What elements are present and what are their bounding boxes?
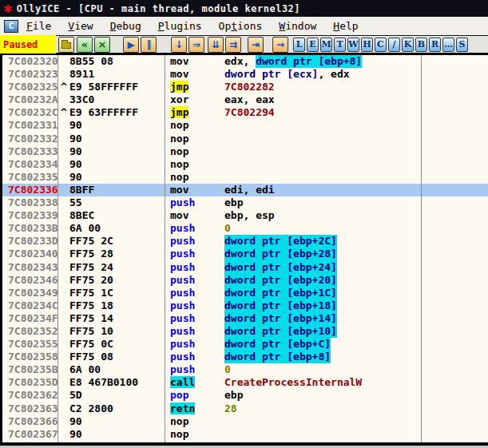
disasm-row[interactable]: 7C8023625Dpopebp xyxy=(2,389,488,402)
disasm-row[interactable]: 7C802358FF75 08pushdword ptr [ebp+8] xyxy=(2,351,488,363)
menu-help[interactable]: Help xyxy=(333,18,358,34)
windows-window-button[interactable]: W xyxy=(347,38,359,52)
comment-cell xyxy=(422,338,488,351)
memory-window-button[interactable]: M xyxy=(320,38,332,52)
disasm-row[interactable]: 7C80236690nop xyxy=(2,415,488,428)
restart-button[interactable]: « xyxy=(77,37,93,53)
handles-window-button[interactable]: H xyxy=(361,38,373,52)
disasm-row[interactable]: 7C802340FF75 28pushdword ptr [ebp+28] xyxy=(2,248,488,260)
disasm-row[interactable]: 7C80232A33C0xoreax, eax xyxy=(2,93,488,106)
open-file-button[interactable] xyxy=(58,37,74,53)
address-cell: 7C802346 xyxy=(2,274,58,287)
opcode-bytes-cell: 90 xyxy=(69,428,165,441)
run-button[interactable]: ▶ xyxy=(123,37,139,53)
instruction-cell: movebp, esp xyxy=(165,209,422,222)
step-over-button[interactable]: ⇒ xyxy=(188,37,204,53)
go-to-address-button[interactable]: → xyxy=(272,37,288,53)
address-cell: 7C802362 xyxy=(2,389,58,402)
mnemonic: push xyxy=(170,325,195,337)
instruction-cell: pushdword ptr [ebp+1C] xyxy=(165,287,422,299)
disasm-row[interactable]: 7C80233590nop xyxy=(2,171,488,184)
jump-direction-arrow xyxy=(58,184,69,196)
disasm-row[interactable]: 7C802349FF75 1Cpushdword ptr [ebp+1C] xyxy=(2,287,488,299)
comment-cell xyxy=(422,274,488,287)
disasm-row[interactable]: 7C80234FFF75 14pushdword ptr [ebp+14] xyxy=(2,312,488,325)
mnemonic: mov xyxy=(170,68,188,80)
instruction-cell: pushdword ptr [ebp+2C] xyxy=(165,235,422,248)
app-star-icon: ✱ xyxy=(3,3,13,14)
disasm-row[interactable]: 7C80235B6A 00push0 xyxy=(2,363,488,376)
comment-cell xyxy=(422,171,488,184)
disasm-row-selected[interactable]: 7C8023368BFFmovedi, edi xyxy=(2,184,488,196)
cpu-child-window-icon[interactable]: C xyxy=(4,20,18,33)
operand-memhl: dword ptr [ebp+8] xyxy=(224,351,331,363)
comment-cell xyxy=(422,158,488,171)
log-window-button[interactable]: L xyxy=(293,38,305,52)
call-stack-window-button[interactable]: K xyxy=(402,38,414,52)
disasm-row[interactable]: 7C80233490nop xyxy=(2,158,488,171)
mnemonic: push xyxy=(170,312,195,324)
menu-view[interactable]: View xyxy=(68,18,93,34)
address-cell: 7C802352 xyxy=(2,325,58,338)
disassembly-pane[interactable]: 7C8023208B55 08movedx, dword ptr [ebp+8]… xyxy=(0,54,488,442)
disasm-row[interactable]: 7C80235DE8 467B0100callCreateProcessInte… xyxy=(2,376,488,389)
disasm-row[interactable]: 7C802346FF75 20pushdword ptr [ebp+20] xyxy=(2,274,488,287)
disasm-row[interactable]: 7C80233DFF75 2Cpushdword ptr [ebp+2C] xyxy=(2,235,488,248)
instruction-cell: pushebp xyxy=(165,196,422,209)
animate-over-button[interactable]: ⇉ xyxy=(225,37,241,53)
source-window-button[interactable]: S xyxy=(456,38,468,52)
opcode-bytes-cell: 8911 xyxy=(69,68,165,81)
disasm-row[interactable]: 7C802352FF75 10pushdword ptr [ebp+10] xyxy=(2,325,488,338)
comment-cell xyxy=(422,145,488,158)
jump-direction-arrow xyxy=(58,402,69,415)
address-cell: 7C80235B xyxy=(2,363,58,376)
step-into-button[interactable]: ↓ xyxy=(171,37,187,53)
menu-plugins[interactable]: Plugins xyxy=(158,18,202,34)
disasm-row[interactable]: 7C802363C2 2800retn28 xyxy=(2,402,488,415)
jump-direction-arrow xyxy=(58,209,69,222)
instruction-cell: pushdword ptr [ebp+20] xyxy=(165,274,422,287)
pause-button[interactable]: ‖ xyxy=(141,37,157,53)
breakpoints-window-button[interactable]: B xyxy=(415,38,427,52)
executables-window-button[interactable]: E xyxy=(307,38,319,52)
disasm-row[interactable]: 7C802343FF75 24pushdword ptr [ebp+24] xyxy=(2,261,488,274)
menu-window[interactable]: Window xyxy=(279,18,316,34)
jump-direction-arrow xyxy=(58,261,69,274)
disasm-row[interactable]: 7C80234CFF75 18pushdword ptr [ebp+18] xyxy=(2,299,488,312)
disasm-row[interactable]: 7C802325^E9 58FFFFFFjmp7C802282 xyxy=(2,81,488,93)
comment-cell xyxy=(422,376,488,389)
patches-window-button[interactable]: / xyxy=(388,38,400,52)
references-window-button[interactable]: R xyxy=(429,38,441,52)
disasm-row[interactable]: 7C80233190nop xyxy=(2,119,488,132)
execute-till-return-button[interactable]: ⇥ xyxy=(248,37,264,53)
jump-direction-arrow xyxy=(58,312,69,325)
disasm-row[interactable]: 7C8023398BECmovebp, esp xyxy=(2,209,488,222)
address-cell: 7C80234C xyxy=(2,299,58,312)
disasm-row[interactable]: 7C80236790nop xyxy=(2,428,488,441)
disasm-row[interactable]: 7C8023238911movdword ptr [ecx], edx xyxy=(2,68,488,81)
threads-window-button[interactable]: T xyxy=(334,38,346,52)
disasm-row[interactable]: 7C80233290nop xyxy=(2,133,488,145)
disasm-row[interactable]: 7C80233855pushebp xyxy=(2,196,488,209)
disasm-row[interactable]: 7C8023208B55 08movedx, dword ptr [ebp+8] xyxy=(2,55,488,68)
opcode-bytes-cell: C2 2800 xyxy=(69,402,165,415)
disasm-row[interactable]: 7C80233B6A 00push0 xyxy=(2,222,488,235)
comment-cell xyxy=(422,119,488,132)
menu-debug[interactable]: Debug xyxy=(110,18,141,34)
main-toolbar: Paused «×▶‖↓⇒⇊⇉⇥→ LEMTWHC/KBR…S xyxy=(0,36,488,54)
run-trace-window-button[interactable]: … xyxy=(442,38,454,52)
opcode-bytes-cell: 6A 00 xyxy=(69,363,165,376)
comment-cell xyxy=(422,68,488,81)
operand-memhl: dword ptr [ebp+24] xyxy=(224,261,337,274)
cpu-window-button[interactable]: C xyxy=(375,38,387,52)
mnemonic: push xyxy=(170,248,195,260)
menu-options[interactable]: Options xyxy=(219,18,263,34)
animate-into-button[interactable]: ⇊ xyxy=(208,37,224,53)
instruction-cell: jmp7C802294 xyxy=(165,106,422,119)
disasm-row[interactable]: 7C80233390nop xyxy=(2,145,488,158)
disasm-row[interactable]: 7C80232C^E9 63FFFFFFjmp7C802294 xyxy=(2,106,488,119)
comment-cell xyxy=(422,312,488,325)
close-button[interactable]: × xyxy=(94,37,110,53)
menu-file[interactable]: File xyxy=(26,18,51,34)
disasm-row[interactable]: 7C802355FF75 0Cpushdword ptr [ebp+C] xyxy=(2,338,488,351)
